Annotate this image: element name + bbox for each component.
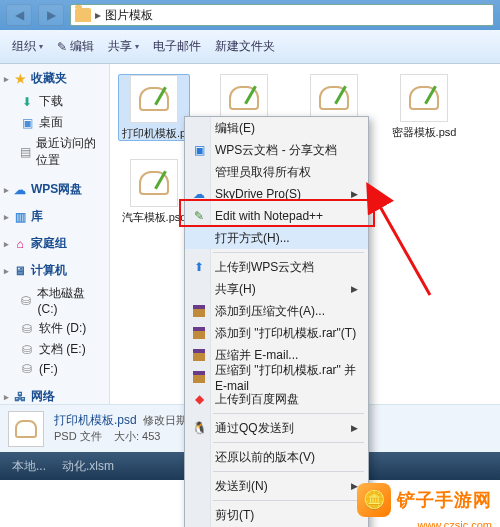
menu-separator — [213, 252, 364, 253]
download-icon: ⬇ — [20, 95, 34, 109]
ctx-share[interactable]: 共享(H)▶ — [185, 278, 368, 300]
toolbar-organize[interactable]: 组织▾ — [12, 38, 43, 55]
file-name-label: 密器模板.psd — [392, 126, 457, 139]
toolbar-share[interactable]: 共享▾ — [108, 38, 139, 55]
ctx-email-rar[interactable]: 压缩到 "打印机模板.rar" 并 E-mail — [185, 366, 368, 388]
nav-back-button[interactable]: ◀ — [6, 4, 32, 26]
sidebar-desktop[interactable]: ▣桌面 — [4, 112, 105, 133]
sidebar-homegroup[interactable]: ▸⌂家庭组 — [4, 235, 105, 252]
chevron-right-icon: ▸ — [95, 8, 101, 22]
watermark-url: www.czsjc.com — [417, 519, 492, 527]
drive-icon: ⛁ — [20, 294, 32, 308]
archive-icon — [191, 347, 207, 363]
window-titlebar: ◀ ▶ ▸ 图片模板 — [0, 0, 500, 30]
toolbar-email[interactable]: 电子邮件 — [153, 38, 201, 55]
sidebar-downloads[interactable]: ⬇下载 — [4, 91, 105, 112]
annotation-arrow — [370, 195, 440, 308]
sidebar-network[interactable]: ▸🖧网络 — [4, 388, 105, 405]
archive-icon — [191, 325, 207, 341]
star-icon: ★ — [13, 72, 27, 86]
ctx-add-archive[interactable]: 添加到压缩文件(A)... — [185, 300, 368, 322]
homegroup-icon: ⌂ — [13, 237, 27, 251]
ctx-upload-baidu[interactable]: ◆上传到百度网盘 — [185, 388, 368, 410]
file-name-label: 汽车模板.psd — [122, 211, 187, 224]
sidebar-computer[interactable]: ▸🖥计算机 — [4, 262, 105, 279]
drive-icon: ⛁ — [20, 343, 34, 357]
taskbar-item[interactable]: 动化.xlsm — [62, 458, 114, 475]
ctx-open-with[interactable]: 打开方式(H)... — [185, 227, 368, 249]
breadcrumb-folder[interactable]: 图片模板 — [105, 7, 153, 24]
archive-icon — [191, 303, 207, 319]
details-filetype: PSD 文件 — [54, 430, 102, 442]
address-bar[interactable]: ▸ 图片模板 — [70, 4, 494, 26]
submenu-arrow-icon: ▶ — [351, 189, 358, 199]
sidebar-drive-c[interactable]: ⛁本地磁盘 (C:) — [4, 283, 105, 318]
menu-separator — [213, 413, 364, 414]
computer-icon: 🖥 — [13, 264, 27, 278]
file-item[interactable]: 打印机模板.p — [118, 74, 190, 141]
watermark: 🪙 铲子手游网 www.czsjc.com — [357, 483, 492, 517]
ctx-restore[interactable]: 还原以前的版本(V) — [185, 446, 368, 468]
ctx-cut[interactable]: 剪切(T) — [185, 504, 368, 526]
ctx-wps-share[interactable]: ▣WPS云文档 - 分享文档 — [185, 139, 368, 161]
menu-separator — [213, 500, 364, 501]
details-size-label: 大小: — [114, 430, 139, 442]
watermark-logo-icon: 🪙 — [357, 483, 391, 517]
file-thumbnail-icon — [130, 75, 178, 123]
navigation-sidebar: ▸★收藏夹 ⬇下载 ▣桌面 ▤最近访问的位置 ▸☁WPS网盘 ▸▥库 ▸⌂家庭组… — [0, 64, 110, 452]
ctx-upload-wps[interactable]: ⬆上传到WPS云文档 — [185, 256, 368, 278]
toolbar-edit[interactable]: ✎编辑 — [57, 38, 94, 55]
ctx-edit[interactable]: 编辑(E) — [185, 117, 368, 139]
nav-forward-button[interactable]: ▶ — [38, 4, 64, 26]
toolbar-new-folder[interactable]: 新建文件夹 — [215, 38, 275, 55]
menu-separator — [213, 442, 364, 443]
sidebar-favorites[interactable]: ▸★收藏夹 — [4, 70, 105, 87]
details-filename: 打印机模板.psd — [54, 413, 137, 427]
sidebar-drive-d[interactable]: ⛁软件 (D:) — [4, 318, 105, 339]
archive-icon — [191, 369, 207, 385]
file-item[interactable]: 汽车模板.psd — [118, 159, 190, 224]
ctx-notepad[interactable]: ✎Edit with Notepad++ — [185, 205, 368, 227]
file-thumbnail-icon — [310, 74, 358, 122]
ctx-admin-rights[interactable]: 管理员取得所有权 — [185, 161, 368, 183]
skydrive-icon: ☁ — [191, 186, 207, 202]
drive-icon: ⛁ — [20, 362, 34, 376]
file-item[interactable]: 密器模板.psd — [388, 74, 460, 141]
library-icon: ▥ — [13, 210, 27, 224]
drive-icon: ⛁ — [20, 322, 34, 336]
upload-icon: ⬆ — [191, 259, 207, 275]
file-thumbnail-icon — [400, 74, 448, 122]
details-thumbnail-icon — [8, 411, 44, 447]
menu-separator — [213, 471, 364, 472]
desktop-icon: ▣ — [20, 116, 34, 130]
context-menu: 编辑(E) ▣WPS云文档 - 分享文档 管理员取得所有权 ☁SkyDrive … — [184, 116, 369, 527]
cloud-icon: ☁ — [13, 183, 27, 197]
details-size-value: 453 — [142, 430, 160, 442]
notepad-icon: ✎ — [191, 208, 207, 224]
watermark-name: 铲子手游网 — [397, 488, 492, 512]
sidebar-drive-f[interactable]: ⛁(F:) — [4, 360, 105, 378]
file-thumbnail-icon — [220, 74, 268, 122]
file-name-label: 打印机模板.p — [122, 127, 186, 140]
ctx-skydrive[interactable]: ☁SkyDrive Pro(S)▶ — [185, 183, 368, 205]
folder-icon — [75, 8, 91, 22]
recent-icon: ▤ — [20, 145, 31, 159]
explorer-toolbar: 组织▾ ✎编辑 共享▾ 电子邮件 新建文件夹 — [0, 30, 500, 64]
network-icon: 🖧 — [13, 390, 27, 404]
sidebar-drive-e[interactable]: ⛁文档 (E:) — [4, 339, 105, 360]
qq-icon: 🐧 — [191, 420, 207, 436]
sidebar-libraries[interactable]: ▸▥库 — [4, 208, 105, 225]
baidu-icon: ◆ — [191, 391, 207, 407]
wps-icon: ▣ — [191, 142, 207, 158]
ctx-qq-send[interactable]: 🐧通过QQ发送到▶ — [185, 417, 368, 439]
sidebar-recent[interactable]: ▤最近访问的位置 — [4, 133, 105, 171]
svg-line-0 — [378, 203, 430, 295]
taskbar-item[interactable]: 本地... — [12, 458, 46, 475]
file-thumbnail-icon — [130, 159, 178, 207]
ctx-add-rar[interactable]: 添加到 "打印机模板.rar"(T) — [185, 322, 368, 344]
submenu-arrow-icon: ▶ — [351, 284, 358, 294]
submenu-arrow-icon: ▶ — [351, 423, 358, 433]
sidebar-wps[interactable]: ▸☁WPS网盘 — [4, 181, 105, 198]
details-date-label: 修改日期: — [143, 414, 190, 426]
ctx-send-to[interactable]: 发送到(N)▶ — [185, 475, 368, 497]
